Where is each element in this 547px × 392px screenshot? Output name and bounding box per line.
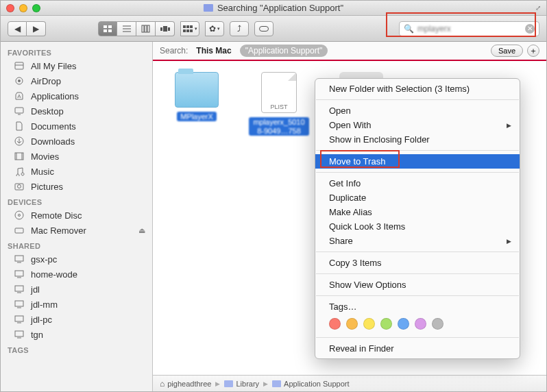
- sidebar-item-allmyfiles[interactable]: All My Files: [1, 58, 152, 73]
- search-icon: 🔍: [404, 24, 414, 34]
- ctx-open-with[interactable]: Open With: [315, 118, 520, 132]
- ctx-tag-colors: [315, 314, 520, 334]
- file-item[interactable]: PLIST mplayerx_5010 8-9049…758: [249, 72, 309, 136]
- file-label: mplayerx_5010 8-9049…758: [249, 117, 309, 136]
- pc-icon: [13, 314, 25, 325]
- save-search-button[interactable]: Save: [491, 45, 523, 57]
- path-library[interactable]: Library: [224, 380, 259, 388]
- gear-icon: ✿: [209, 24, 216, 34]
- coverflow-view-button[interactable]: [156, 21, 175, 36]
- fullscreen-icon[interactable]: ⤢: [535, 4, 541, 12]
- add-criteria-button[interactable]: ＋: [527, 45, 539, 57]
- toolbar: ◀ ▶ ▾ ✿▾ ⤴ 🔍 mplayerx ✕: [1, 16, 546, 42]
- sidebar-item-remotedisc[interactable]: Remote Disc: [1, 208, 152, 223]
- ctx-duplicate[interactable]: Duplicate: [315, 191, 520, 205]
- folder-icon: [204, 4, 213, 12]
- svg-rect-24: [15, 108, 23, 113]
- file-label: MPlayerX: [177, 112, 217, 121]
- ctx-enclosing-folder[interactable]: Show in Enclosing Folder: [315, 132, 520, 147]
- zoom-window-button[interactable]: [32, 4, 40, 12]
- svg-rect-1: [108, 25, 112, 28]
- folder-icon: [175, 72, 219, 108]
- svg-rect-7: [142, 25, 144, 32]
- context-menu: New Folder with Selection (3 Items) Open…: [315, 78, 520, 359]
- edit-tags-button[interactable]: [254, 21, 274, 36]
- sidebar-item-jdl[interactable]: jdl: [1, 282, 152, 297]
- tag-gray[interactable]: [432, 318, 443, 330]
- path-bar: ⌂pigheadthree ▶ Library ▶ Application Su…: [153, 375, 546, 391]
- svg-rect-12: [168, 27, 170, 31]
- ctx-open[interactable]: Open: [315, 103, 520, 118]
- sidebar-item-downloads[interactable]: Downloads: [1, 134, 152, 149]
- tag-yellow[interactable]: [363, 318, 375, 330]
- sidebar: Favorites All My Files AirDrop AApplicat…: [1, 42, 153, 391]
- back-button[interactable]: ◀: [8, 21, 27, 36]
- share-icon: ⤴: [237, 24, 241, 34]
- traffic-lights: [6, 4, 40, 12]
- svg-rect-3: [108, 29, 112, 32]
- sidebar-item-music[interactable]: Music: [1, 164, 152, 179]
- ctx-view-options[interactable]: Show View Options: [315, 278, 520, 292]
- search-query: mplayerx: [417, 24, 522, 34]
- movies-icon: [13, 151, 25, 162]
- ctx-get-info[interactable]: Get Info: [315, 176, 520, 191]
- sidebar-item-documents[interactable]: Documents: [1, 119, 152, 134]
- sidebar-item-macremover[interactable]: Mac Remover⏏: [1, 223, 152, 238]
- svg-point-33: [19, 215, 21, 217]
- sidebar-item-jdl-pc[interactable]: jdl-pc: [1, 312, 152, 327]
- menu-separator: [316, 172, 519, 173]
- sidebar-item-jdl-mm[interactable]: jdl-mm: [1, 297, 152, 312]
- scope-label: Search:: [160, 46, 188, 56]
- svg-rect-17: [186, 29, 189, 32]
- title-text: Searching "Application Support": [217, 3, 343, 13]
- ctx-reveal-finder[interactable]: Reveal in Finder: [315, 341, 520, 356]
- action-button[interactable]: ✿▾: [205, 21, 224, 36]
- svg-point-32: [15, 211, 23, 219]
- sidebar-item-pictures[interactable]: Pictures: [1, 179, 152, 194]
- ctx-move-to-trash[interactable]: Move to Trash: [315, 154, 520, 169]
- sidebar-item-airdrop[interactable]: AirDrop: [1, 73, 152, 88]
- scope-thismac[interactable]: This Mac: [196, 46, 231, 56]
- ctx-copy[interactable]: Copy 3 Items: [315, 256, 520, 270]
- eject-icon[interactable]: ⏏: [138, 226, 145, 235]
- ctx-quick-look[interactable]: Quick Look 3 Items: [315, 219, 520, 234]
- pc-icon: [13, 299, 25, 310]
- tag-green[interactable]: [380, 318, 392, 330]
- sidebar-item-gsx-pc[interactable]: gsx-pc: [1, 252, 152, 267]
- ctx-make-alias[interactable]: Make Alias: [315, 205, 520, 219]
- plist-icon: PLIST: [261, 72, 297, 113]
- tag-orange[interactable]: [346, 318, 358, 330]
- scope-folder[interactable]: "Application Support": [240, 45, 328, 57]
- tag-red[interactable]: [329, 318, 341, 330]
- tag-blue[interactable]: [398, 318, 409, 330]
- ctx-tags[interactable]: Tags…: [315, 299, 520, 314]
- file-item[interactable]: MPlayerX: [167, 72, 227, 121]
- favorites-header: Favorites: [1, 45, 152, 58]
- sidebar-item-applications[interactable]: AApplications: [1, 88, 152, 103]
- path-home[interactable]: ⌂pigheadthree: [160, 379, 211, 389]
- tag-purple[interactable]: [415, 318, 426, 330]
- column-view-button[interactable]: [136, 21, 156, 36]
- icon-view-button[interactable]: [98, 21, 117, 36]
- path-appsupport[interactable]: Application Support: [272, 380, 349, 388]
- minimize-window-button[interactable]: [19, 4, 27, 12]
- share-button[interactable]: ⤴: [230, 21, 249, 36]
- search-field[interactable]: 🔍 mplayerx ✕: [399, 21, 539, 36]
- arrange-button[interactable]: ▾: [180, 21, 199, 36]
- clear-search-button[interactable]: ✕: [525, 24, 535, 34]
- sidebar-item-movies[interactable]: Movies: [1, 149, 152, 164]
- ctx-share[interactable]: Share: [315, 234, 520, 248]
- forward-button[interactable]: ▶: [27, 21, 46, 36]
- sidebar-item-home-wode[interactable]: home-wode: [1, 267, 152, 282]
- downloads-icon: [13, 136, 25, 147]
- svg-rect-8: [145, 25, 147, 32]
- sidebar-item-tgn[interactable]: tgn: [1, 327, 152, 342]
- svg-rect-14: [186, 25, 189, 28]
- list-view-button[interactable]: [117, 21, 136, 36]
- sidebar-item-desktop[interactable]: Desktop: [1, 103, 152, 119]
- documents-icon: [13, 121, 25, 132]
- home-icon: ⌂: [160, 379, 165, 389]
- ctx-new-folder-selection[interactable]: New Folder with Selection (3 Items): [315, 82, 520, 96]
- close-window-button[interactable]: [6, 4, 14, 12]
- folder-icon: [272, 380, 281, 387]
